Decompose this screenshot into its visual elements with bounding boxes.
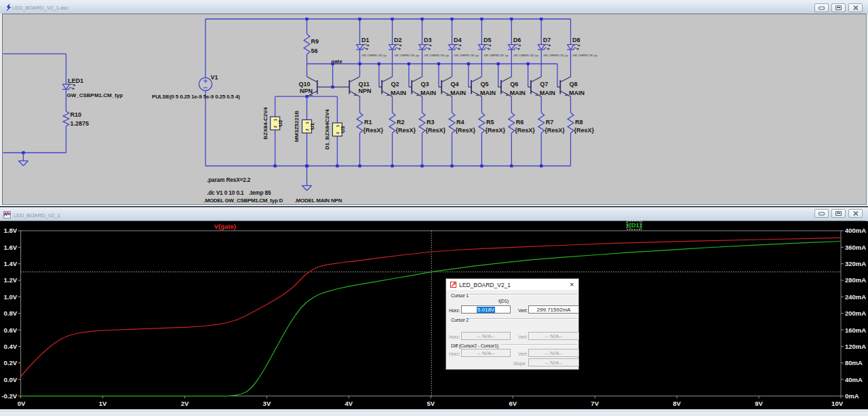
svg-text:0.2V: 0.2V (4, 359, 18, 366)
svg-text:GW_CSBPM1.CM_typ: GW_CSBPM1.CM_typ (425, 54, 450, 57)
svg-text:1.8V: 1.8V (4, 227, 18, 234)
svg-text:0mA: 0mA (845, 392, 859, 400)
svg-text:1.0V: 1.0V (4, 293, 18, 301)
svg-text:1.2V: 1.2V (4, 276, 18, 284)
svg-text:.param ResX=2.2: .param ResX=2.2 (207, 177, 251, 183)
svg-text:MAIN: MAIN (391, 90, 406, 96)
svg-text:R8: R8 (575, 119, 583, 126)
svg-text:7V: 7V (591, 400, 599, 407)
svg-text:8V: 8V (673, 400, 681, 407)
svg-text:6V: 6V (509, 400, 517, 407)
svg-text:3V: 3V (263, 400, 271, 407)
svg-text:{ResX}: {ResX} (545, 127, 565, 134)
svg-text:Q4: Q4 (451, 81, 459, 88)
svg-text:D4: D4 (454, 37, 462, 43)
svg-text:MAIN: MAIN (540, 90, 555, 96)
svg-text:{ResX}: {ResX} (574, 127, 595, 134)
svg-text:GW_CSBPM1.CM_typ: GW_CSBPM1.CM_typ (484, 54, 509, 57)
svg-text:MAIN: MAIN (510, 90, 526, 96)
svg-text:MAIN: MAIN (450, 90, 466, 96)
svg-text:D1: D1 (361, 37, 370, 43)
svg-text:R1: R1 (364, 119, 372, 126)
svg-text:200mA: 200mA (845, 309, 866, 317)
svg-text:U1: U1 (309, 123, 315, 130)
svg-text:1.4V: 1.4V (4, 260, 18, 267)
svg-text:R9: R9 (311, 38, 319, 45)
svg-text:1.6V: 1.6V (4, 244, 18, 251)
svg-text:320mA: 320mA (845, 260, 866, 267)
svg-text:GW_CSBPM1.CM_typ: GW_CSBPM1.CM_typ (395, 54, 420, 57)
svg-text:{ResX}: {ResX} (426, 127, 446, 134)
svg-text:9V: 9V (755, 400, 763, 407)
svg-text:56: 56 (311, 48, 318, 54)
svg-text:{ResX}: {ResX} (456, 127, 476, 134)
svg-text:NPN: NPN (300, 88, 313, 94)
svg-text:R4: R4 (456, 119, 465, 126)
svg-text:Q10: Q10 (299, 81, 311, 88)
svg-text:GW_CSBPM1.CM_typ: GW_CSBPM1.CM_typ (454, 54, 479, 57)
svg-text:R6: R6 (516, 119, 524, 126)
svg-text:D5: D5 (484, 37, 492, 43)
svg-text:D7: D7 (543, 37, 551, 43)
svg-text:R5: R5 (486, 119, 494, 126)
svg-text:BZX84-C2V4: BZX84-C2V4 (262, 107, 269, 139)
svg-text:U3: U3 (340, 126, 346, 133)
svg-text:0.6V: 0.6V (4, 326, 18, 334)
svg-text:D3: D3 (424, 37, 432, 43)
svg-text:80mA: 80mA (845, 359, 863, 366)
svg-text:0.0V: 0.0V (4, 376, 18, 383)
svg-text:{ResX}: {ResX} (396, 127, 416, 134)
svg-text:{ResX}: {ResX} (515, 127, 535, 134)
svg-text:4V: 4V (345, 400, 353, 407)
svg-text:160mA: 160mA (845, 326, 866, 334)
svg-text:.temp 85: .temp 85 (249, 190, 271, 196)
svg-text:Q2: Q2 (391, 81, 399, 88)
svg-text:-0.2V: -0.2V (1, 392, 17, 400)
svg-text:U2: U2 (277, 119, 283, 127)
svg-text:360mA: 360mA (845, 244, 866, 251)
svg-text:5V: 5V (427, 400, 435, 407)
svg-text:D8: D8 (572, 37, 580, 43)
svg-text:R2: R2 (397, 119, 405, 126)
svg-text:280mA: 280mA (845, 276, 866, 284)
svg-text:40mA: 40mA (845, 376, 863, 383)
svg-text:120mA: 120mA (845, 343, 866, 350)
svg-text:0V: 0V (18, 400, 26, 407)
svg-text:GW_CSBPM1.CM_typ: GW_CSBPM1.CM_typ (543, 54, 568, 57)
svg-text:V1: V1 (211, 74, 218, 81)
svg-text:R10: R10 (71, 111, 82, 118)
svg-text:10V: 10V (831, 400, 844, 407)
svg-text:0.4V: 0.4V (4, 343, 18, 350)
svg-text:0.8V: 0.8V (4, 309, 18, 317)
svg-text:GW_CSBPM1.CM_typ: GW_CSBPM1.CM_typ (573, 54, 598, 57)
svg-text:Q8: Q8 (570, 81, 578, 88)
svg-text:{ResX}: {ResX} (485, 127, 505, 134)
svg-text:LED1: LED1 (68, 77, 83, 84)
svg-text:.MODEL GW_CSBPM1.CM_typ D: .MODEL GW_CSBPM1.CM_typ D (204, 197, 283, 204)
svg-text:Q6: Q6 (510, 81, 518, 88)
svg-text:1.2875: 1.2875 (71, 120, 90, 127)
svg-text:R7: R7 (546, 119, 554, 126)
svg-text:.dc V1 0 10 0.1: .dc V1 0 10 0.1 (207, 190, 244, 196)
svg-text:MAIN: MAIN (480, 90, 496, 96)
svg-text:V(gate): V(gate) (214, 223, 236, 230)
svg-text:{ResX}: {ResX} (363, 127, 384, 134)
svg-text:GW_CSBPM1.CM_typ: GW_CSBPM1.CM_typ (513, 54, 538, 57)
svg-text:400mA: 400mA (845, 227, 866, 234)
svg-text:PULSE(0 5 0.25 1e-9 5e-9 0.25: PULSE(0 5 0.25 1e-9 5e-9 0.25 0.5 4) (152, 94, 240, 100)
svg-text:Q11: Q11 (359, 81, 370, 88)
svg-text:D6: D6 (513, 37, 521, 43)
svg-text:GW_CSBPM1.CM_typ: GW_CSBPM1.CM_typ (67, 92, 123, 98)
svg-text:240mA: 240mA (845, 293, 866, 301)
svg-text:1V: 1V (99, 400, 107, 407)
svg-text:Q7: Q7 (540, 81, 548, 88)
svg-text:.MODEL MAIN NPN: .MODEL MAIN NPN (295, 197, 342, 204)
svg-text:Q5: Q5 (480, 81, 488, 88)
svg-text:GW_CSBPM1.CM_typ: GW_CSBPM1.CM_typ (362, 54, 387, 57)
svg-text:MAIN: MAIN (569, 90, 585, 96)
svg-text:Q3: Q3 (421, 81, 429, 88)
svg-text:D2: D2 (394, 37, 402, 43)
svg-text:MAIN: MAIN (420, 90, 436, 96)
svg-text:MM3Z5221B: MM3Z5221B (294, 111, 300, 142)
svg-text:NPN: NPN (359, 88, 372, 94)
